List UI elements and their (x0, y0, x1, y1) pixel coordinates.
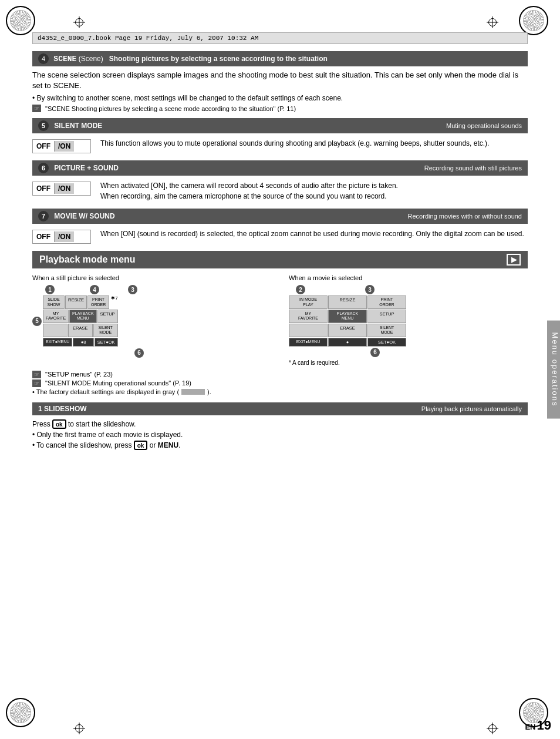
ok-btn-1: ok (52, 419, 66, 429)
card-required-note: * A card is required. (289, 360, 528, 366)
movie-section: 7 MOVIE W/ SOUND Recording movies with o… (32, 209, 528, 244)
scene-title-paren: (Scene) (79, 55, 103, 63)
scene-section-header: 4 SCENE (Scene) Shooting pictures by sel… (32, 51, 528, 66)
slideshow-text-3: • To cancel the slideshow, press ok or M… (32, 440, 528, 451)
ref-item-1: ☞ "SETUP menus" (P. 23) (32, 371, 528, 378)
right-cam-row-3: ERASE SILENTMODE (289, 324, 406, 337)
right-btn-resize: RESIZE (328, 295, 367, 309)
left-btn-set: SET●OK (95, 338, 118, 347)
scene-section: 4 SCENE (Scene) Shooting pictures by sel… (32, 51, 528, 112)
left-diagram-container: 1 4 3 5 SLIDESHOW R (32, 285, 179, 357)
playback-header: Playback mode menu ▶ (32, 251, 528, 268)
silent-off-label: OFF (33, 141, 55, 152)
right-num-spacer (289, 286, 406, 295)
picture-description: When activated [ON], the camera will rec… (100, 180, 398, 201)
picture-title: PICTURE + SOUND (54, 164, 119, 172)
header-text: d4352_e_0000_7.book Page 19 Friday, July… (38, 35, 258, 42)
movie-title: MOVIE W/ SOUND (54, 212, 114, 220)
right-btn-exit: EXIT●MENU (289, 338, 328, 347)
scene-note: • By switching to another scene, most se… (32, 93, 528, 103)
left-badge-6-row: 6 (32, 348, 179, 358)
right-btn-empty (289, 324, 328, 337)
side-tab-menu-operations: Menu operations (547, 321, 560, 419)
silent-off-on-row: OFF /ON This function allows you to mute… (32, 138, 528, 153)
right-num-2: 2 (296, 285, 305, 294)
silent-mode-section: 5 SILENT MODE Muting operational sounds … (32, 118, 528, 153)
right-cam-menu: IN MODEPLAY RESIZE PRINTORDER MYFAVORITE… (289, 295, 406, 346)
movie-description: When [ON] (sound is recorded) is selecte… (100, 229, 524, 239)
factory-note: • The factory default settings are displ… (32, 388, 528, 395)
left-num-4: 4 (90, 285, 99, 294)
right-btn-favorite: MYFAVORITE (289, 310, 328, 323)
movie-num-badge: 7 (38, 211, 49, 221)
left-btn-resize: RESIZE (65, 295, 87, 309)
silent-subtitle: Muting operational sounds (446, 122, 522, 129)
slideshow-header: 1 SLIDESHOW Playing back pictures automa… (32, 402, 528, 415)
left-diagram-block: When a still picture is selected 1 4 3 5 (32, 274, 271, 357)
slideshow-text-1: Press ok to start the slideshow. (32, 419, 528, 429)
left-badge-5-container: 5 (32, 295, 42, 347)
left-diagram-row-with-badge: 5 SLIDESHOW RESIZE PRINTORDER ✱7 MYFAVOR… (32, 295, 179, 347)
left-btn-slideshow: SLIDESHOW (43, 295, 65, 309)
playback-title: Playback mode menu (39, 254, 136, 265)
left-btn-exit: EXIT●MENU (43, 338, 72, 347)
picture-off-label: OFF (33, 183, 55, 194)
playback-diagrams: When a still picture is selected 1 4 3 5 (32, 274, 528, 365)
picture-num-badge: 6 (38, 163, 49, 173)
movie-header: 7 MOVIE W/ SOUND Recording movies with o… (32, 209, 528, 224)
scene-ref-text: "SCENE Shooting pictures by selecting a … (45, 105, 296, 112)
left-cam-menu: SLIDESHOW RESIZE PRINTORDER ✱7 MYFAVORIT… (43, 295, 118, 347)
movie-off-label: OFF (33, 231, 55, 242)
right-btn-print: PRINTORDER (367, 295, 406, 309)
left-diagram-label: When a still picture is selected (32, 274, 271, 281)
scene-body-text: The scene selection screen displays samp… (32, 70, 518, 90)
left-btn-empty (43, 324, 68, 337)
picture-sound-header: 6 PICTURE + SOUND Recording sound with s… (32, 160, 528, 176)
movie-off-on-row: OFF /ON When [ON] (sound is recorded) is… (32, 229, 528, 244)
ref-icon-scene: ☞ (32, 105, 41, 112)
star-7-indicator: ✱7 (110, 295, 117, 309)
left-cam-row-1: SLIDESHOW RESIZE PRINTORDER ✱7 (43, 295, 118, 309)
left-btn-erase: ERASE (68, 324, 93, 337)
header-bar: d4352_e_0000_7.book Page 19 Friday, July… (32, 32, 528, 44)
picture-desc-text2: When recording, aim the camera microphon… (100, 192, 387, 200)
scene-num-badge: 4 (38, 53, 49, 64)
left-cam-row-4: EXIT●MENU ●8 SET●OK (43, 338, 118, 347)
page-en-label: EN (525, 723, 535, 731)
left-num-1: 1 (45, 285, 55, 294)
picture-off-on-row: OFF /ON When activated [ON], the camera … (32, 180, 528, 201)
movie-subtitle: Recording movies with or without sound (408, 213, 522, 220)
left-btn-print: PRINTORDER (87, 295, 109, 309)
silent-off-on-control[interactable]: OFF /ON (32, 139, 91, 153)
ref-item-2: ☞ "SILENT MODE Muting operational sounds… (32, 379, 528, 387)
slideshow-subtitle: Playing back pictures automatically (421, 405, 522, 412)
ref-icon-2: ☞ (32, 379, 41, 387)
ref-text-2: "SILENT MODE Muting operational sounds" … (45, 379, 191, 387)
gray-box-example (181, 389, 205, 395)
right-btn-silent: SILENTMODE (367, 324, 406, 337)
picture-sound-section: 6 PICTURE + SOUND Recording sound with s… (32, 160, 528, 201)
silent-num-badge: 5 (38, 120, 49, 131)
ref-icon-1: ☞ (32, 371, 41, 378)
movie-off-on-control[interactable]: OFF /ON (32, 230, 91, 244)
picture-off-on-control[interactable]: OFF /ON (32, 182, 91, 196)
slideshow-body: Press ok to start the slideshow. • Only … (32, 419, 528, 451)
slideshow-num-badge: 1 (38, 405, 42, 413)
factory-note-text: • The factory default settings are displ… (32, 388, 179, 395)
slideshow-section: 1 SLIDESHOW Playing back pictures automa… (32, 402, 528, 451)
playback-icon: ▶ (507, 254, 521, 266)
right-btn-set: SET●OK (367, 338, 406, 347)
right-num-3: 3 (365, 285, 375, 294)
left-btn-middle: ●8 (73, 338, 93, 347)
factory-note-end: ). (207, 388, 211, 395)
picture-on-label: /ON (55, 183, 74, 194)
scene-subtitle: Shooting pictures by selecting a scene a… (109, 55, 328, 63)
left-num-3: 3 (128, 285, 137, 294)
right-cam-row-2: MYFAVORITE PLAYBACKMENU SETUP (289, 310, 406, 323)
right-btn-inmode: IN MODEPLAY (289, 295, 328, 309)
left-num-badge-5: 5 (32, 317, 42, 326)
picture-subtitle: Recording sound with still pictures (424, 164, 522, 172)
right-btn-setup: SETUP (367, 310, 406, 323)
movie-desc-text: When [ON] (sound is recorded) is selecte… (100, 230, 524, 238)
right-btn-playback-menu: PLAYBACKMENU (328, 310, 367, 323)
